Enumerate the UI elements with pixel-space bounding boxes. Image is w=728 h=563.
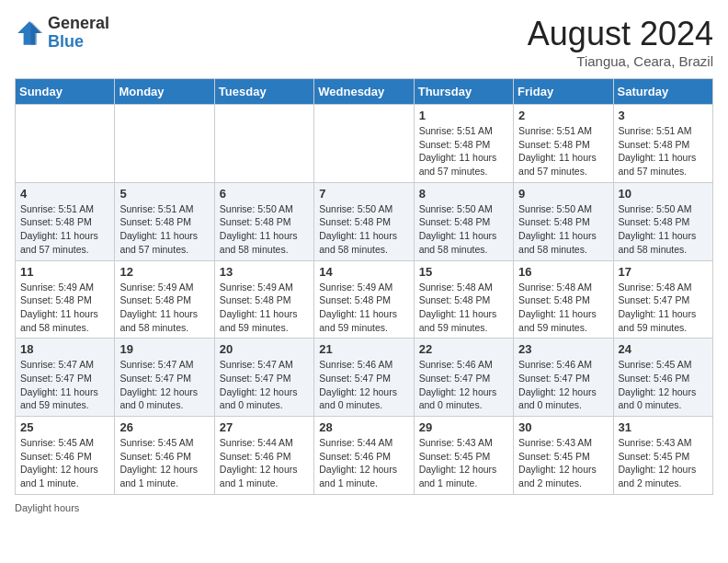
calendar-cell: 23Sunrise: 5:46 AM Sunset: 5:47 PM Dayli… [514, 339, 613, 417]
day-info: Sunrise: 5:43 AM Sunset: 5:45 PM Dayligh… [619, 436, 708, 490]
day-info: Sunrise: 5:44 AM Sunset: 5:46 PM Dayligh… [319, 436, 408, 490]
calendar-cell: 28Sunrise: 5:44 AM Sunset: 5:46 PM Dayli… [314, 417, 414, 495]
day-number: 6 [220, 187, 309, 201]
day-number: 18 [20, 342, 109, 356]
calendar-day-header: Thursday [414, 79, 513, 105]
day-number: 20 [220, 342, 309, 356]
day-info: Sunrise: 5:48 AM Sunset: 5:47 PM Dayligh… [619, 281, 708, 335]
logo-text-general: General [48, 15, 109, 33]
page-header: General Blue August 2024 Tiangua, Ceara,… [15, 15, 713, 69]
calendar-cell: 31Sunrise: 5:43 AM Sunset: 5:45 PM Dayli… [613, 417, 712, 495]
day-info: Sunrise: 5:46 AM Sunset: 5:47 PM Dayligh… [319, 358, 408, 412]
logo-text-blue: Blue [48, 33, 109, 52]
day-number: 22 [419, 342, 508, 356]
day-number: 26 [119, 420, 209, 434]
footer: Daylight hours [15, 502, 713, 513]
day-info: Sunrise: 5:51 AM Sunset: 5:48 PM Dayligh… [20, 202, 109, 257]
day-number: 15 [419, 265, 508, 279]
calendar-cell: 3Sunrise: 5:51 AM Sunset: 5:48 PM Daylig… [613, 105, 712, 183]
month-year-title: August 2024 [528, 15, 713, 53]
day-info: Sunrise: 5:51 AM Sunset: 5:48 PM Dayligh… [619, 124, 708, 178]
day-info: Sunrise: 5:50 AM Sunset: 5:48 PM Dayligh… [619, 202, 708, 257]
day-number: 3 [619, 109, 708, 122]
calendar-table: SundayMondayTuesdayWednesdayThursdayFrid… [15, 78, 713, 495]
calendar-cell: 7Sunrise: 5:50 AM Sunset: 5:48 PM Daylig… [314, 182, 414, 260]
calendar-cell: 14Sunrise: 5:49 AM Sunset: 5:48 PM Dayli… [314, 260, 414, 339]
day-number: 28 [319, 420, 408, 434]
day-number: 10 [619, 187, 708, 201]
day-info: Sunrise: 5:45 AM Sunset: 5:46 PM Dayligh… [619, 358, 708, 412]
calendar-cell: 13Sunrise: 5:49 AM Sunset: 5:48 PM Dayli… [214, 260, 313, 339]
calendar-cell: 21Sunrise: 5:46 AM Sunset: 5:47 PM Dayli… [314, 339, 414, 417]
calendar-day-header: Tuesday [214, 79, 313, 105]
day-info: Sunrise: 5:43 AM Sunset: 5:45 PM Dayligh… [419, 436, 508, 490]
day-info: Sunrise: 5:47 AM Sunset: 5:47 PM Dayligh… [20, 358, 109, 412]
calendar-cell: 15Sunrise: 5:48 AM Sunset: 5:48 PM Dayli… [414, 260, 513, 339]
day-info: Sunrise: 5:51 AM Sunset: 5:48 PM Dayligh… [419, 124, 508, 178]
day-info: Sunrise: 5:49 AM Sunset: 5:48 PM Dayligh… [20, 281, 109, 335]
day-info: Sunrise: 5:50 AM Sunset: 5:48 PM Dayligh… [220, 202, 309, 257]
day-info: Sunrise: 5:48 AM Sunset: 5:48 PM Dayligh… [518, 281, 608, 335]
calendar-cell [214, 105, 313, 183]
calendar-cell [16, 105, 115, 183]
day-number: 7 [319, 187, 408, 201]
day-info: Sunrise: 5:46 AM Sunset: 5:47 PM Dayligh… [419, 358, 508, 412]
calendar-day-header: Monday [115, 79, 214, 105]
calendar-cell: 11Sunrise: 5:49 AM Sunset: 5:48 PM Dayli… [16, 260, 115, 339]
calendar-cell: 9Sunrise: 5:50 AM Sunset: 5:48 PM Daylig… [514, 182, 613, 260]
day-info: Sunrise: 5:45 AM Sunset: 5:46 PM Dayligh… [20, 436, 109, 490]
day-info: Sunrise: 5:50 AM Sunset: 5:48 PM Dayligh… [518, 202, 608, 257]
calendar-cell: 27Sunrise: 5:44 AM Sunset: 5:46 PM Dayli… [214, 417, 313, 495]
day-number: 12 [119, 265, 209, 279]
calendar-day-header: Friday [514, 79, 613, 105]
day-info: Sunrise: 5:51 AM Sunset: 5:48 PM Dayligh… [119, 202, 209, 257]
day-number: 16 [518, 265, 608, 279]
calendar-cell: 20Sunrise: 5:47 AM Sunset: 5:47 PM Dayli… [214, 339, 313, 417]
day-info: Sunrise: 5:46 AM Sunset: 5:47 PM Dayligh… [518, 358, 608, 412]
day-info: Sunrise: 5:51 AM Sunset: 5:48 PM Dayligh… [518, 124, 608, 178]
calendar-cell: 2Sunrise: 5:51 AM Sunset: 5:48 PM Daylig… [514, 105, 613, 183]
day-number: 4 [20, 187, 109, 201]
day-info: Sunrise: 5:50 AM Sunset: 5:48 PM Dayligh… [419, 202, 508, 257]
day-number: 29 [419, 420, 508, 434]
location-subtitle: Tiangua, Ceara, Brazil [528, 53, 713, 69]
title-block: August 2024 Tiangua, Ceara, Brazil [528, 15, 713, 69]
day-number: 14 [319, 265, 408, 279]
day-number: 2 [518, 109, 608, 122]
calendar-week-row: 25Sunrise: 5:45 AM Sunset: 5:46 PM Dayli… [16, 417, 713, 495]
calendar-cell [115, 105, 214, 183]
calendar-cell: 1Sunrise: 5:51 AM Sunset: 5:48 PM Daylig… [414, 105, 513, 183]
day-info: Sunrise: 5:50 AM Sunset: 5:48 PM Dayligh… [319, 202, 408, 257]
calendar-cell: 6Sunrise: 5:50 AM Sunset: 5:48 PM Daylig… [214, 182, 313, 260]
day-number: 19 [119, 342, 209, 356]
svg-marker-1 [31, 21, 43, 45]
day-number: 11 [20, 265, 109, 279]
day-info: Sunrise: 5:49 AM Sunset: 5:48 PM Dayligh… [319, 281, 408, 335]
calendar-cell: 22Sunrise: 5:46 AM Sunset: 5:47 PM Dayli… [414, 339, 513, 417]
calendar-cell: 24Sunrise: 5:45 AM Sunset: 5:46 PM Dayli… [613, 339, 712, 417]
day-info: Sunrise: 5:49 AM Sunset: 5:48 PM Dayligh… [119, 281, 209, 335]
calendar-cell: 19Sunrise: 5:47 AM Sunset: 5:47 PM Dayli… [115, 339, 214, 417]
day-number: 21 [319, 342, 408, 356]
logo-icon [15, 18, 44, 48]
calendar-cell: 26Sunrise: 5:45 AM Sunset: 5:46 PM Dayli… [115, 417, 214, 495]
calendar-week-row: 1Sunrise: 5:51 AM Sunset: 5:48 PM Daylig… [16, 105, 713, 183]
calendar-cell: 29Sunrise: 5:43 AM Sunset: 5:45 PM Dayli… [414, 417, 513, 495]
day-number: 9 [518, 187, 608, 201]
day-number: 27 [220, 420, 309, 434]
calendar-cell: 17Sunrise: 5:48 AM Sunset: 5:47 PM Dayli… [613, 260, 712, 339]
calendar-cell: 12Sunrise: 5:49 AM Sunset: 5:48 PM Dayli… [115, 260, 214, 339]
calendar-cell: 10Sunrise: 5:50 AM Sunset: 5:48 PM Dayli… [613, 182, 712, 260]
day-number: 23 [518, 342, 608, 356]
day-number: 31 [619, 420, 708, 434]
calendar-header-row: SundayMondayTuesdayWednesdayThursdayFrid… [16, 79, 713, 105]
day-number: 25 [20, 420, 109, 434]
day-info: Sunrise: 5:44 AM Sunset: 5:46 PM Dayligh… [220, 436, 309, 490]
day-number: 13 [220, 265, 309, 279]
calendar-cell: 30Sunrise: 5:43 AM Sunset: 5:45 PM Dayli… [514, 417, 613, 495]
calendar-cell: 8Sunrise: 5:50 AM Sunset: 5:48 PM Daylig… [414, 182, 513, 260]
day-number: 24 [619, 342, 708, 356]
calendar-day-header: Saturday [613, 79, 712, 105]
calendar-cell: 5Sunrise: 5:51 AM Sunset: 5:48 PM Daylig… [115, 182, 214, 260]
day-number: 30 [518, 420, 608, 434]
